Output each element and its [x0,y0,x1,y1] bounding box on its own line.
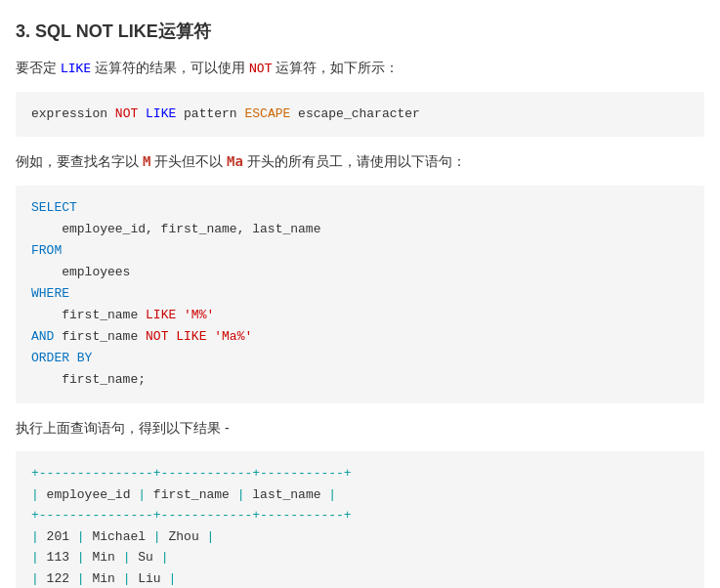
syntax-expression: expression [31,106,115,121]
sql-line-1: SELECT [31,197,689,219]
like-kw-2: LIKE [176,329,206,344]
sql-line-3: FROM [31,240,689,262]
sql-condition1-field: first_name [31,308,146,322]
syntax-not: NOT [115,106,138,121]
syntax-like-kw: LIKE [146,106,176,121]
sql-code-block: SELECT employee_id, first_name, last_nam… [16,186,704,403]
syntax-escape-char: escape_character [290,106,420,121]
table-border-header: +---------------+------------+----------… [31,505,689,525]
sql-line-9: first_name; [31,369,689,391]
select-kw: SELECT [31,200,77,215]
sql-table: employees [31,265,130,279]
from-kw: FROM [31,243,62,258]
sql-line-6: first_name LIKE 'M%' [31,305,689,326]
sql-pattern1: 'M%' [176,308,214,322]
result-table-block: +---------------+------------+----------… [16,451,704,588]
table-row-1: | 201 | Michael | Zhou | [31,526,689,547]
sql-line-8: ORDER BY [31,348,689,369]
ma-highlight: Ma [227,153,243,169]
sql-line-7: AND first_name NOT LIKE 'Ma%' [31,326,689,348]
syntax-code-block: expression NOT LIKE pattern ESCAPE escap… [16,92,704,137]
sql-line-4: employees [31,262,689,283]
sql-condition2-field: first_name [54,329,146,344]
description3: 执行上面查询语句，得到以下结果 - [16,417,704,441]
syntax-like [138,106,146,121]
table-row-2: | 113 | Min | Su | [31,547,689,567]
sql-pattern2: 'Ma%' [206,329,252,344]
sql-line-2: employee_id, first_name, last_name [31,219,689,240]
sql-line-5: WHERE [31,283,689,305]
table-border-top: +---------------+------------+----------… [31,463,689,483]
order-kw: ORDER BY [31,351,92,365]
table-row-3: | 122 | Min | Liu | [31,568,689,588]
syntax-pattern: pattern [176,106,244,121]
like-keyword: LIKE [61,61,91,75]
table-header: | employee_id | first_name | last_name | [31,484,689,505]
description2: 例如，要查找名字以 M 开头但不以 Ma 开头的所有员工，请使用以下语句： [16,150,704,174]
and-kw: AND [31,329,54,344]
where-kw: WHERE [31,286,69,301]
sql-columns: employee_id, first_name, last_name [31,222,320,236]
like-kw-1: LIKE [146,308,176,322]
not-kw-2: NOT [146,329,168,344]
syntax-escape-kw: ESCAPE [244,106,290,121]
description1: 要否定 LIKE 运算符的结果，可以使用 NOT 运算符，如下所示： [16,57,704,80]
sql-order-field: first_name; [31,372,146,387]
section-title: 3. SQL NOT LIKE运算符 [16,20,704,43]
not-keyword: NOT [249,61,272,75]
m-highlight: M [143,153,150,169]
